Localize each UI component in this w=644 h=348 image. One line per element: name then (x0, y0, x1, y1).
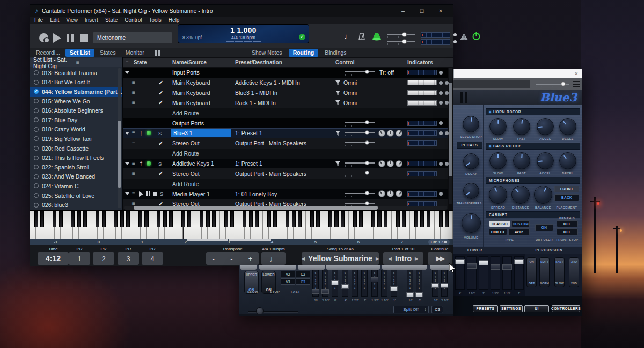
piano-black-key[interactable] (341, 211, 345, 227)
blue3-title-bar[interactable]: × (453, 69, 582, 78)
lower-drawbars[interactable]: 4'2 2/3'2'1 3/5'1 1/3'1' (453, 254, 525, 296)
route-enabled-check[interactable]: ✓ (158, 138, 163, 149)
main-gain-slider[interactable] (387, 32, 415, 38)
expand-icon[interactable] (125, 71, 129, 74)
percussion-on-off-switch[interactable]: ON OFF (526, 257, 537, 287)
transpose-decrement[interactable]: - (213, 255, 215, 263)
set-list-item[interactable]: 022: Spanish Stroll (30, 162, 118, 172)
drawbar-cap[interactable] (467, 263, 477, 269)
piano-black-key[interactable] (163, 211, 167, 227)
send-knob[interactable] (396, 160, 402, 167)
add-route-row[interactable]: Add Route (123, 149, 448, 159)
transpose-increment[interactable]: + (248, 255, 253, 263)
expand-icon[interactable] (125, 192, 129, 195)
routing-row-addictive-keys-plugin[interactable]: ≡ † S Addictive Keys 1 1: Preset 1 (123, 159, 448, 169)
gain-slider[interactable] (345, 160, 375, 167)
piano-black-key[interactable] (439, 211, 443, 227)
part-selector[interactable]: ◀ Intro ▶ (383, 252, 423, 265)
piano-black-key[interactable] (427, 211, 430, 227)
set-list-item[interactable]: 024: Vitamin C (30, 181, 118, 191)
drag-handle-icon[interactable]: ≡ (132, 159, 135, 169)
drawbar-cap[interactable] (371, 277, 378, 282)
piano-black-key[interactable] (445, 211, 449, 227)
pan-knob[interactable] (378, 160, 385, 167)
piano-black-key[interactable] (316, 211, 320, 227)
send-knob[interactable] (387, 130, 394, 137)
piano-black-key[interactable] (206, 211, 210, 227)
scrollbar-thumb[interactable] (118, 121, 121, 188)
next-part-icon[interactable]: ▶ (415, 256, 418, 261)
piano-black-key[interactable] (40, 211, 44, 227)
scrollbar-thumb[interactable] (449, 83, 452, 176)
vibrato-v3-button[interactable]: V3 (281, 278, 295, 285)
next-song-icon[interactable]: ▶ (376, 256, 379, 261)
piano-black-key[interactable] (298, 211, 302, 227)
program-button-4[interactable]: 4 (142, 252, 163, 265)
piano-black-key[interactable] (181, 211, 185, 227)
routing-row-midi-route[interactable]: ≡ ✓ Main Keyboard Blue3 1 - MIDI In Omni (123, 88, 448, 98)
piano-black-key[interactable] (212, 211, 216, 227)
drawbar-cap[interactable] (341, 284, 349, 289)
memphis-off-button[interactable]: OFF (557, 220, 578, 227)
routing-group-input-ports[interactable]: Input Ports Tr: off (123, 68, 448, 78)
program-button-2[interactable]: 2 (93, 252, 114, 265)
send-knob[interactable] (396, 190, 402, 197)
routing-menu-icon[interactable]: ≡ (126, 60, 129, 65)
drawbar-fader[interactable]: 543212 2/3' (352, 270, 358, 297)
piano-black-key[interactable] (255, 211, 259, 227)
drawbar-fader[interactable]: 5432116' (407, 270, 413, 297)
drawbar-cap[interactable] (431, 283, 439, 288)
scrollbar-thumb[interactable] (134, 206, 378, 210)
media-pause-icon[interactable] (146, 191, 150, 196)
drawbar-cap[interactable] (406, 292, 414, 297)
tab-show-notes[interactable]: Show Notes (247, 49, 287, 57)
monitor-gain-slider[interactable] (387, 39, 415, 45)
piano-black-key[interactable] (144, 211, 148, 227)
plugin-name-edit[interactable]: Blue3 1 (171, 129, 231, 138)
drawbar-fader[interactable]: 543218' (332, 270, 338, 297)
drawbar-cap[interactable] (312, 289, 319, 294)
title-bar[interactable]: ♪ Cantabile Performer (x64) - Sat. Night… (30, 5, 453, 17)
chorus-c2-button[interactable]: C2 (296, 271, 310, 277)
routing-row-media-player[interactable]: ≡ S Media Player 1 1: 01 Lonely Boy (123, 189, 448, 199)
bass-fast-knob[interactable] (513, 152, 530, 169)
set-list-menu-icon[interactable]: ≡ (76, 60, 119, 65)
menu-state[interactable]: State (105, 17, 118, 23)
drag-handle-icon[interactable]: ≡ (132, 128, 135, 138)
piano-black-key[interactable] (169, 211, 173, 227)
add-route-row[interactable]: Add Route (123, 179, 448, 189)
piano-black-key[interactable] (53, 211, 56, 227)
cabinet-classic-button[interactable]: CLASSIC (489, 220, 510, 227)
piano-black-key[interactable] (200, 211, 203, 227)
tab-recording[interactable]: Recordi... (32, 49, 64, 57)
piano-black-key[interactable] (249, 211, 253, 227)
expand-icon[interactable] (125, 132, 129, 135)
filter-icon[interactable] (335, 131, 340, 136)
cabinet-custom-button[interactable]: CUSTOM (511, 220, 530, 227)
piano-black-key[interactable] (371, 211, 375, 227)
presets-button[interactable]: PRESETS (473, 305, 498, 312)
midi-channel-badge[interactable]: Ch: 1 8 (428, 239, 450, 245)
cabinet-direct-button[interactable]: DIRECT (489, 228, 507, 235)
piano-black-key[interactable] (402, 211, 406, 227)
bass-decel-knob[interactable] (559, 152, 576, 169)
gain-slider[interactable] (345, 140, 375, 146)
tab-set-list[interactable]: Set List (65, 49, 94, 57)
tab-bindings[interactable]: Bindings (320, 49, 350, 57)
program-button-3[interactable]: 3 (118, 252, 139, 265)
spotlight-icon[interactable] (371, 32, 382, 41)
minimize-button[interactable]: – (396, 5, 411, 17)
drawbar-cap[interactable] (441, 283, 448, 288)
piano-black-key[interactable] (187, 211, 191, 227)
front-stop-off-button[interactable]: OFF (557, 228, 578, 235)
bass-accel-knob[interactable] (537, 152, 554, 169)
tap-tempo-button[interactable]: ♩ (261, 252, 286, 265)
horn-accel-knob[interactable] (537, 118, 554, 135)
routing-row-audio-route[interactable]: ≡ ✓ Stereo Out Output Port - Main Speake… (123, 168, 448, 179)
drag-handle-icon[interactable]: ≡ (132, 138, 135, 149)
placement-back-button[interactable]: BACK (554, 194, 579, 201)
set-list-item[interactable]: 016: Absolute Beginners (30, 106, 118, 115)
diffuser-on-button[interactable]: ON (535, 224, 553, 231)
piano-black-key[interactable] (310, 211, 314, 227)
set-list-scrollbar[interactable] (118, 68, 121, 208)
